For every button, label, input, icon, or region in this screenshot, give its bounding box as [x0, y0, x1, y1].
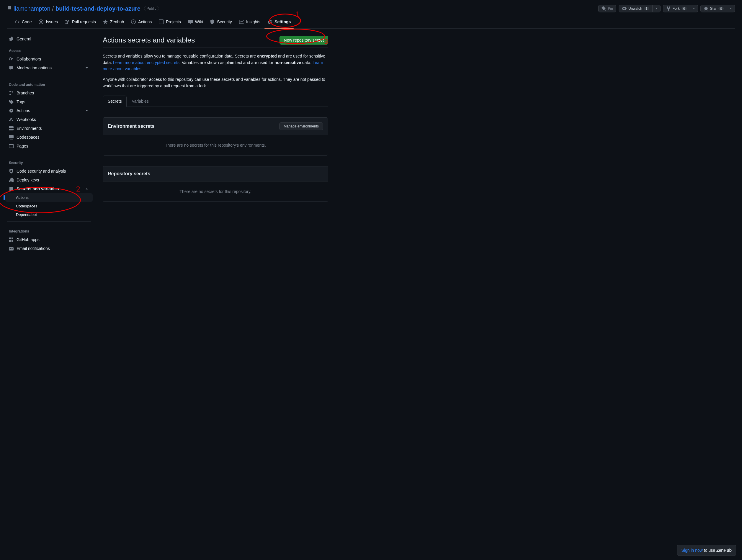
tab-insights[interactable]: Insights — [236, 17, 263, 28]
star-label: Star — [710, 6, 717, 11]
sub-tabs: Secrets Variables — [103, 96, 328, 107]
watch-label: Unwatch — [628, 6, 642, 11]
sidebar-webhooks[interactable]: Webhooks — [5, 115, 93, 124]
repo-icon — [7, 6, 12, 11]
sidebar-divider — [7, 221, 91, 222]
sidebar-heading-code: Code and automation — [4, 77, 95, 89]
sidebar-general[interactable]: General — [5, 35, 93, 43]
chevron-down-icon — [85, 65, 89, 70]
chevron-down-icon — [85, 108, 89, 113]
comment-icon — [9, 65, 13, 70]
gear-icon — [9, 37, 13, 41]
pin-icon — [601, 6, 606, 11]
play-icon — [131, 19, 136, 24]
tab-projects[interactable]: Projects — [156, 17, 184, 28]
graph-icon — [239, 19, 244, 24]
env-secrets-title: Environment secrets — [108, 124, 154, 129]
watch-count: 1 — [644, 7, 649, 10]
sidebar-moderation[interactable]: Moderation options — [5, 63, 93, 72]
repo-tabs: Code Issues Pull requests Zenhub Actions… — [7, 17, 735, 29]
subtab-secrets[interactable]: Secrets — [103, 96, 126, 107]
branch-icon — [9, 91, 13, 95]
sidebar-collaborators[interactable]: Collaborators — [5, 55, 93, 63]
repo-secrets-empty: There are no secrets for this repository… — [103, 181, 328, 202]
sidebar-sub-actions[interactable]: Actions — [5, 193, 93, 202]
sidebar-pages[interactable]: Pages — [5, 142, 93, 151]
sidebar-tags[interactable]: Tags — [5, 97, 93, 106]
play-icon — [9, 108, 13, 113]
env-secrets-empty: There are no secrets for this repository… — [103, 135, 328, 155]
tab-security[interactable]: Security — [207, 17, 235, 28]
learn-secrets-link[interactable]: Learn more about encrypted secrets — [113, 60, 179, 65]
environment-secrets-panel: Environment secrets Manage environments … — [103, 117, 328, 156]
star-caret[interactable] — [727, 5, 735, 12]
zenhub-icon — [103, 19, 108, 24]
webhook-icon — [9, 117, 13, 122]
description-1: Secrets and variables allow you to manag… — [103, 53, 328, 72]
sidebar-sub-dependabot[interactable]: Dependabot — [5, 210, 93, 219]
pin-label: Pin — [608, 6, 613, 11]
repo-secrets-title: Repository secrets — [108, 171, 150, 176]
asterisk-icon — [9, 186, 13, 191]
eye-icon — [622, 6, 627, 11]
star-button[interactable]: Star 0 — [700, 5, 727, 12]
repository-secrets-panel: Repository secrets There are no secrets … — [103, 166, 328, 202]
repo-actions: Pin Unwatch 1 Fork 0 — [598, 5, 735, 12]
tab-actions[interactable]: Actions — [128, 17, 155, 28]
sidebar-deploy-keys[interactable]: Deploy keys — [5, 176, 93, 184]
tab-settings[interactable]: Settings — [264, 17, 294, 28]
watch-button[interactable]: Unwatch 1 — [619, 5, 652, 12]
key-icon — [9, 178, 13, 182]
star-count: 0 — [719, 7, 724, 10]
sidebar-email-notifications[interactable]: Email notifications — [5, 244, 93, 253]
code-icon — [15, 19, 19, 24]
tab-code[interactable]: Code — [12, 17, 35, 28]
tab-zenhub[interactable]: Zenhub — [100, 17, 127, 28]
owner-link[interactable]: liamchampton — [13, 5, 50, 12]
codespaces-icon — [9, 135, 13, 139]
pin-button[interactable]: Pin — [598, 5, 616, 12]
shield-icon — [210, 19, 215, 24]
sidebar-branches[interactable]: Branches — [5, 89, 93, 97]
sidebar-github-apps[interactable]: GitHub apps — [5, 235, 93, 244]
sidebar-heading-access: Access — [4, 43, 95, 55]
settings-sidebar: General Access Collaborators Moderation … — [0, 29, 95, 259]
fork-button[interactable]: Fork 0 — [663, 5, 690, 12]
main-content: Actions secrets and variables New reposi… — [95, 29, 336, 259]
manage-environments-button[interactable]: Manage environments — [279, 122, 323, 130]
sidebar-sub-codespaces[interactable]: Codespaces — [5, 202, 93, 210]
chevron-up-icon — [85, 186, 89, 191]
sidebar-secrets-variables[interactable]: Secrets and variables — [5, 184, 93, 193]
watch-caret[interactable] — [652, 5, 660, 12]
visibility-badge: Public — [144, 6, 159, 11]
fork-label: Fork — [673, 6, 680, 11]
sidebar-actions[interactable]: Actions — [5, 106, 93, 115]
sidebar-code-security[interactable]: Code security and analysis — [5, 167, 93, 176]
chevron-down-icon — [729, 7, 732, 10]
server-icon — [9, 126, 13, 131]
sidebar-divider — [7, 153, 91, 153]
breadcrumb: liamchampton / build-test-and-deploy-to-… — [7, 5, 159, 12]
description-2: Anyone with collaborator access to this … — [103, 76, 328, 89]
sidebar-environments[interactable]: Environments — [5, 124, 93, 133]
tab-issues[interactable]: Issues — [36, 17, 60, 28]
project-icon — [159, 19, 163, 24]
repo-link[interactable]: build-test-and-deploy-to-azure — [55, 5, 141, 12]
page-title: Actions secrets and variables — [103, 36, 195, 44]
new-repository-secret-button[interactable]: New repository secret — [279, 36, 328, 45]
chevron-down-icon — [655, 7, 658, 10]
sidebar-heading-security: Security — [4, 156, 95, 167]
sidebar-heading-integrations: Integrations — [4, 224, 95, 235]
tab-wiki[interactable]: Wiki — [185, 17, 206, 28]
star-icon — [704, 6, 708, 11]
gear-icon — [267, 19, 272, 24]
tab-pulls[interactable]: Pull requests — [62, 17, 99, 28]
browser-icon — [9, 144, 13, 149]
subtab-variables[interactable]: Variables — [126, 96, 154, 107]
apps-icon — [9, 237, 13, 242]
sidebar-codespaces[interactable]: Codespaces — [5, 133, 93, 142]
mail-icon — [9, 246, 13, 251]
pull-request-icon — [65, 19, 70, 24]
fork-caret[interactable] — [690, 5, 698, 12]
shield-check-icon — [9, 169, 13, 173]
